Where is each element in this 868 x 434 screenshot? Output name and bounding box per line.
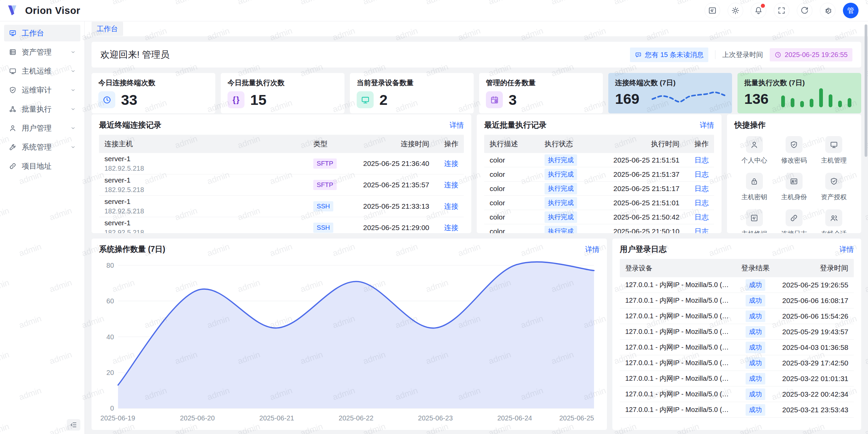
panel-title: 用户登录日志: [620, 244, 667, 254]
quick-action-connect-log[interactable]: 连接日志: [774, 209, 814, 233]
log-link[interactable]: 日志: [694, 227, 709, 233]
quick-action-host-key[interactable]: 主机密钥: [734, 173, 774, 202]
quick-action-change-password[interactable]: 修改密码: [774, 136, 814, 165]
gear-icon: [823, 6, 832, 15]
exec-rows: color 执行完成 2025-06-25 21:51:51 日志 color …: [484, 153, 714, 233]
host-ip: 182.92.5.218: [104, 164, 302, 173]
quick-action-online-session[interactable]: 在线会话: [814, 209, 854, 233]
sidebar-item-project-link[interactable]: 项目地址: [4, 158, 80, 174]
login-result-tag: 成功: [746, 295, 765, 306]
sidebar-item-workbench[interactable]: 工作台: [4, 25, 80, 41]
operations-chart: 0204060802025-06-192025-06-202025-06-212…: [99, 259, 599, 424]
connect-time: 2025-06-25 21:36:40: [346, 159, 435, 168]
quick-action-asset-auth[interactable]: 资产授权: [814, 173, 854, 202]
wrench-icon: [9, 143, 17, 151]
notifications-button[interactable]: [751, 3, 766, 18]
last-login-time-chip: 2025-06-25 19:26:55: [770, 48, 852, 61]
exec-desc: color: [484, 199, 539, 207]
operations-chart-panel: 系统操作数量 (7日) 详情 0204060802025-06-192025-0…: [92, 239, 607, 430]
col-host: 连接主机: [99, 135, 308, 153]
login-rows: 127.0.0.1 - 内网IP - Mozilla/5.0 (Windows …: [620, 277, 854, 418]
exec-desc: color: [484, 156, 539, 164]
log-link[interactable]: 日志: [694, 185, 709, 192]
host-ip: 182.92.5.218: [104, 186, 302, 194]
exec-detail-link[interactable]: 详情: [700, 120, 714, 130]
login-device: 127.0.0.1 - 内网IP - Mozilla/5.0 (Windows …: [620, 390, 736, 399]
unread-messages-chip[interactable]: 您有 15 条未读消息: [630, 48, 708, 62]
breadcrumb-workbench[interactable]: 工作台: [92, 22, 123, 36]
assets-icon: [9, 48, 17, 56]
brightness-sun-icon: [731, 6, 740, 15]
sidebar-item-label: 系统管理: [22, 142, 65, 152]
login-device: 127.0.0.1 - 内网IP - Mozilla/5.0 (Windows …: [620, 405, 736, 414]
connect-link[interactable]: 连接: [444, 224, 458, 231]
svg-text:2025-06-21: 2025-06-21: [259, 414, 294, 421]
code-embed-button[interactable]: [705, 3, 720, 18]
link-icon: [9, 162, 17, 170]
shield-check-icon: [825, 173, 842, 190]
sidebar-item-user-mgmt[interactable]: 用户管理: [4, 120, 80, 136]
svg-text:2025-06-19: 2025-06-19: [100, 414, 135, 421]
log-link[interactable]: 日志: [694, 170, 709, 178]
topbar-actions: 管: [705, 3, 859, 18]
exec-time: 2025-06-25 21:50:10: [596, 227, 685, 233]
login-result-tag: 成功: [746, 389, 765, 400]
table-row: color 执行完成 2025-06-25 21:51:51 日志: [484, 153, 714, 167]
connect-link[interactable]: 连接: [444, 202, 458, 210]
settings-button[interactable]: [820, 3, 835, 18]
refresh-button[interactable]: [797, 3, 812, 18]
terminal-detail-link[interactable]: 详情: [450, 120, 464, 130]
quick-action-host-mgmt[interactable]: 主机管理: [814, 136, 854, 165]
protocol-tag: SFTP: [313, 180, 337, 190]
connect-link[interactable]: 连接: [444, 181, 458, 189]
login-log-panel: 用户登录日志 详情 登录设备 登录结果 登录时间 127.0.0.1 - 内网I…: [612, 239, 861, 430]
table-header: 执行描述 执行状态 执行时间 操作: [484, 135, 714, 153]
sidebar-item-batch-exec[interactable]: 批量执行: [4, 101, 80, 117]
sidebar-item-label: 运维审计: [22, 85, 65, 95]
table-row: 127.0.0.1 - 内网IP - Mozilla/5.0 (Windows …: [620, 355, 854, 371]
quick-action-host-terminal[interactable]: 主机终端: [734, 209, 774, 233]
host-ip: 182.92.5.218: [104, 228, 302, 233]
breadcrumb: 工作台: [85, 21, 868, 36]
sidebar-collapse-button[interactable]: [67, 419, 80, 431]
fullscreen-button[interactable]: [774, 3, 789, 18]
last-login-time: 2025-06-25 19:26:55: [785, 51, 848, 59]
lock-icon: [746, 173, 763, 190]
refresh-icon: [800, 6, 809, 15]
table-row: 127.0.0.1 - 内网IP - Mozilla/5.0 (Windows …: [620, 293, 854, 308]
stat-value: 33: [121, 92, 137, 108]
user-icon: [9, 124, 17, 132]
message-icon: [635, 51, 642, 58]
col-time: 连接时间: [346, 135, 435, 153]
main-area: 工作台 欢迎回来! 管理员 您有 15 条未读消息 上次登录时间: [85, 21, 868, 434]
svg-text:2025-06-25: 2025-06-25: [559, 414, 594, 421]
connect-link[interactable]: 连接: [444, 159, 458, 167]
host-name: server-1: [104, 176, 302, 185]
id-card-icon: [786, 173, 803, 190]
protocol-tag: SSH: [313, 223, 333, 233]
sidebar-item-host-ops[interactable]: 主机运维: [4, 63, 80, 79]
table-row: color 执行完成 2025-06-25 21:51:37 日志: [484, 167, 714, 182]
user-avatar[interactable]: 管: [843, 3, 859, 18]
log-link[interactable]: 日志: [694, 213, 709, 221]
login-time: 2025-03-22 00:42:34: [775, 390, 854, 398]
login-device: 127.0.0.1 - 内网IP - Mozilla/5.0 (Windows …: [620, 312, 736, 321]
log-link[interactable]: 日志: [694, 199, 709, 207]
log-link[interactable]: 日志: [694, 156, 709, 164]
login-result-tag: 成功: [746, 310, 765, 322]
theme-toggle-button[interactable]: [728, 3, 743, 18]
sidebar-item-system-mgmt[interactable]: 系统管理: [4, 139, 80, 155]
sidebar-item-assets[interactable]: 资产管理: [4, 44, 80, 60]
task-calendar-icon: [486, 91, 503, 108]
login-detail-link[interactable]: 详情: [840, 245, 854, 254]
quick-action-profile[interactable]: 个人中心: [734, 136, 774, 165]
sidebar-item-audit[interactable]: 运维审计: [4, 82, 80, 98]
exec-desc: color: [484, 213, 539, 221]
svg-text:2025-06-22: 2025-06-22: [339, 414, 374, 421]
quick-action-host-identity[interactable]: 主机身份: [774, 173, 814, 202]
table-row: 127.0.0.1 - 内网IP - Mozilla/5.0 (Windows …: [620, 340, 854, 355]
table-row: 127.0.0.1 - 内网IP - Mozilla/5.0 (Windows …: [620, 277, 854, 293]
login-device: 127.0.0.1 - 内网IP - Mozilla/5.0 (Windows …: [620, 358, 736, 367]
scrollbar-thumb[interactable]: [865, 24, 867, 157]
chart-detail-link[interactable]: 详情: [585, 245, 599, 254]
